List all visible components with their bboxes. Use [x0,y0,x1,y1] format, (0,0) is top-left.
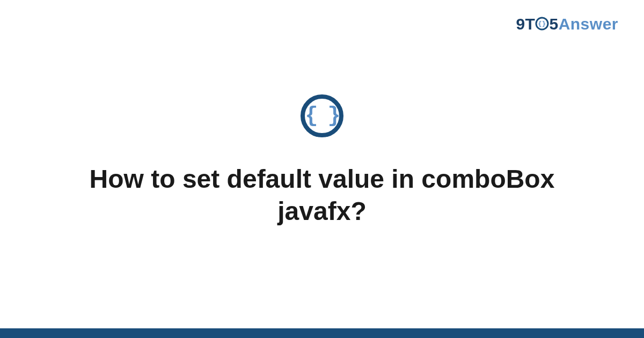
logo-o-icon: {} [535,17,549,31]
svg-text:{}: {} [538,20,546,28]
bottom-accent-bar [0,328,644,338]
braces-icon: { } [301,94,343,137]
main-content: { } How to set default value in comboBox… [0,94,644,227]
braces-glyph: { } [305,104,339,128]
logo-text-3: Answer [559,15,618,33]
site-logo: 9T{}5Answer [516,15,618,33]
question-title: How to set default value in comboBox jav… [0,163,644,227]
logo-text-2: 5 [549,15,558,33]
category-icon-wrapper: { } [301,94,343,137]
logo-text-1: 9T [516,15,535,33]
